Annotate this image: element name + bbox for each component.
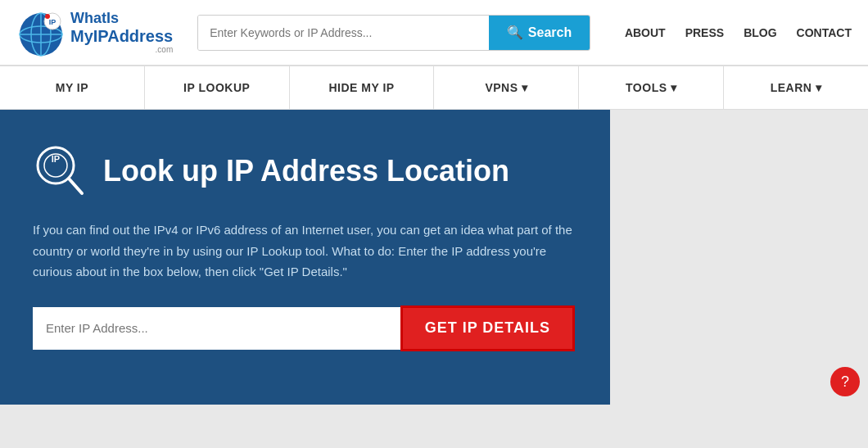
header-nav: ABOUT PRESS BLOG CONTACT — [625, 26, 852, 39]
bottom-hint-circle: ? — [830, 367, 860, 396]
svg-line-11 — [69, 179, 82, 193]
get-ip-details-button[interactable]: GET IP DETAILS — [402, 307, 573, 350]
ip-input-row: GET IP DETAILS — [33, 307, 573, 350]
ip-address-input[interactable] — [33, 307, 402, 350]
search-icon: 🔍 — [507, 25, 523, 40]
site-header: IP WhatIs MyIPAddress .com 🔍 Search ABOU… — [0, 0, 868, 66]
nav-press[interactable]: PRESS — [685, 26, 724, 39]
nav-about[interactable]: ABOUT — [625, 26, 666, 39]
hero-description: If you can find out the IPv4 or IPv6 add… — [33, 219, 573, 283]
nav-vpns[interactable]: VPNS ▾ — [434, 66, 579, 109]
nav-learn[interactable]: LEARN ▾ — [724, 66, 868, 109]
nav-contact[interactable]: CONTACT — [797, 26, 852, 39]
search-bar: 🔍 Search — [197, 15, 590, 51]
svg-text:IP: IP — [52, 154, 60, 164]
search-input[interactable] — [198, 16, 489, 50]
bottom-hint-icon: ? — [841, 373, 849, 391]
nav-tools[interactable]: TOOLS ▾ — [579, 66, 724, 109]
nav-hide-my-ip[interactable]: HIDE MY IP — [290, 66, 435, 109]
hero-title: Look up IP Address Location — [103, 153, 509, 188]
svg-point-7 — [45, 14, 50, 19]
hero-panel: IP Look up IP Address Location If you ca… — [0, 110, 610, 405]
logo-link[interactable]: IP WhatIs MyIPAddress .com — [16, 8, 173, 57]
hero-title-row: IP Look up IP Address Location — [33, 143, 577, 200]
main-layout: IP Look up IP Address Location If you ca… — [0, 110, 868, 405]
nav-my-ip[interactable]: MY IP — [0, 66, 145, 109]
main-nav: MY IP IP LOOKUP HIDE MY IP VPNS ▾ TOOLS … — [0, 66, 868, 110]
svg-text:IP: IP — [49, 18, 57, 26]
logo-globe-icon: IP — [16, 8, 66, 57]
logo-text: WhatIs MyIPAddress .com — [70, 11, 173, 54]
nav-blog[interactable]: BLOG — [744, 26, 776, 39]
right-panel: ? — [610, 110, 868, 405]
nav-ip-lookup[interactable]: IP LOOKUP — [145, 66, 290, 109]
search-button[interactable]: 🔍 Search — [489, 16, 590, 50]
ip-magnify-icon: IP — [33, 143, 90, 200]
search-button-label: Search — [528, 25, 572, 40]
